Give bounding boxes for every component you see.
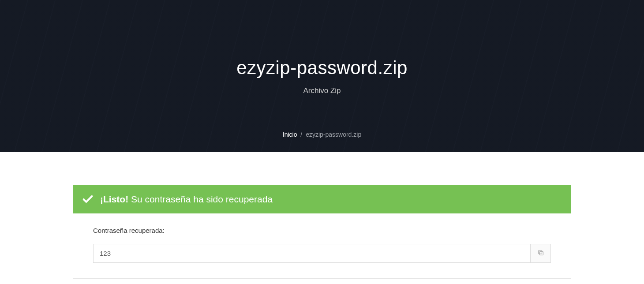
password-label: Contraseña recuperada: (93, 227, 551, 234)
copy-icon (537, 249, 544, 258)
check-icon (82, 193, 94, 206)
success-alert: ¡Listo! Su contraseña ha sido recuperada (73, 185, 571, 213)
svg-rect-1 (538, 250, 542, 254)
password-input-group (93, 244, 551, 263)
breadcrumb: Inicio / ezyzip-password.zip (283, 131, 361, 138)
alert-message: Su contraseña ha sido recuperada (131, 194, 273, 204)
password-field[interactable] (94, 244, 530, 262)
alert-text: ¡Listo! Su contraseña ha sido recuperada (100, 194, 273, 205)
main-content: ¡Listo! Su contraseña ha sido recuperada… (64, 185, 580, 279)
breadcrumb-home-link[interactable]: Inicio (283, 131, 297, 138)
alert-strong: ¡Listo! (100, 194, 128, 204)
hero-banner: ezyzip-password.zip Archivo Zip Inicio /… (0, 0, 644, 152)
page-title: ezyzip-password.zip (236, 57, 408, 78)
breadcrumb-current: ezyzip-password.zip (306, 131, 361, 138)
copy-button[interactable] (530, 244, 550, 262)
page-subtitle: Archivo Zip (303, 86, 341, 95)
svg-rect-0 (539, 251, 543, 255)
result-panel: Contraseña recuperada: (73, 213, 571, 279)
breadcrumb-separator: / (300, 131, 302, 138)
